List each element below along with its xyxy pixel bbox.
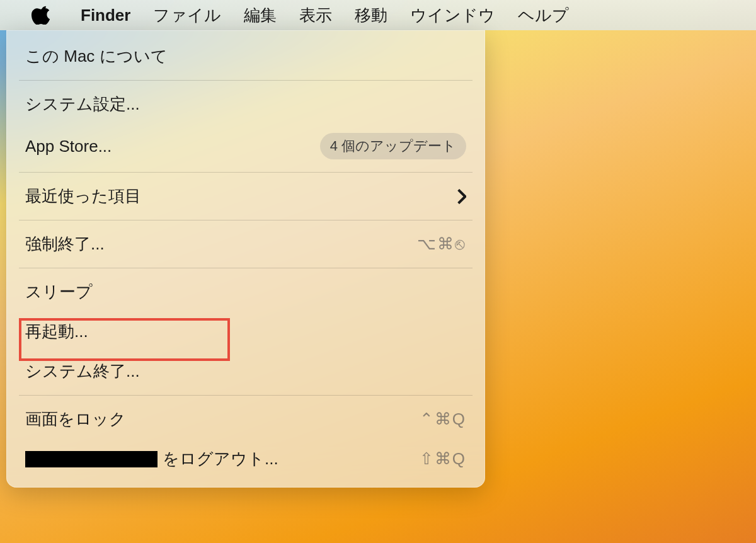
menubar: Finder ファイル 編集 表示 移動 ウインドウ ヘルプ [0, 0, 756, 30]
menu-label: 最近使った項目 [25, 185, 141, 207]
menu-item-restart[interactable]: 再起動... [6, 312, 485, 352]
menu-separator [19, 395, 472, 396]
menu-separator [19, 80, 472, 81]
redacted-username [25, 451, 158, 467]
menu-label: App Store... [25, 137, 112, 156]
menu-separator [19, 268, 472, 268]
apple-menu-dropdown: この Mac について システム設定... App Store... 4 個のア… [6, 30, 485, 488]
keyboard-shortcut: ⇧⌘Q [420, 449, 466, 469]
apple-logo-icon[interactable] [32, 6, 50, 25]
menubar-item-view[interactable]: 表示 [288, 4, 343, 26]
menu-item-shutdown[interactable]: システム終了... [6, 352, 485, 391]
menu-label: 強制終了... [25, 233, 105, 255]
menu-item-system-settings[interactable]: システム設定... [6, 84, 485, 124]
menu-label: この Mac について [25, 45, 168, 67]
menu-separator [19, 172, 472, 173]
menubar-item-window[interactable]: ウインドウ [399, 4, 507, 26]
update-count-badge: 4 個のアップデート [320, 133, 466, 159]
menu-label: 再起動... [25, 321, 88, 343]
menu-label: システム終了... [25, 360, 140, 382]
menu-item-about-mac[interactable]: この Mac について [6, 37, 485, 76]
logout-suffix: をログアウト... [163, 448, 278, 470]
menu-item-lock-screen[interactable]: 画面をロック ⌃⌘Q [6, 399, 485, 439]
menu-item-logout[interactable]: をログアウト... ⇧⌘Q [6, 439, 485, 479]
menubar-item-help[interactable]: ヘルプ [507, 4, 580, 26]
menu-label: システム設定... [25, 93, 140, 115]
keyboard-shortcut: ⌥⌘⎋ [417, 234, 466, 254]
chevron-right-icon [457, 189, 466, 204]
menu-item-force-quit[interactable]: 強制終了... ⌥⌘⎋ [6, 224, 485, 264]
menubar-app-name[interactable]: Finder [69, 6, 142, 25]
menu-label: をログアウト... [25, 448, 278, 470]
menubar-item-file[interactable]: ファイル [142, 4, 232, 26]
menu-label: 画面をロック [25, 408, 126, 430]
menubar-item-edit[interactable]: 編集 [232, 4, 288, 26]
menubar-item-go[interactable]: 移動 [343, 4, 399, 26]
keyboard-shortcut: ⌃⌘Q [420, 409, 466, 429]
menu-item-app-store[interactable]: App Store... 4 個のアップデート [6, 124, 485, 168]
menu-item-recent-items[interactable]: 最近使った項目 [6, 176, 485, 216]
menu-separator [19, 220, 472, 220]
menu-label: スリープ [25, 281, 93, 303]
menu-item-sleep[interactable]: スリープ [6, 272, 485, 312]
